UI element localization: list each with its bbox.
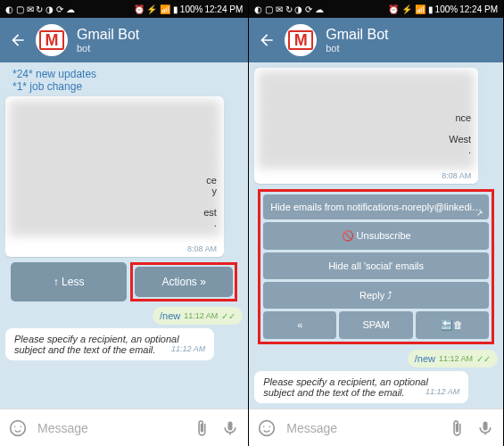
actions-panel-highlight: Hide emails from notifications-noreply@l…	[258, 189, 494, 344]
message-input[interactable]: Message	[37, 421, 182, 435]
chat-title: Gmail Bot	[77, 27, 239, 43]
chat-header[interactable]: M Gmail Bot bot	[249, 18, 503, 62]
svg-point-5	[263, 425, 265, 427]
header-title-block[interactable]: Gmail Bot bot	[77, 27, 239, 54]
gmail-avatar-icon[interactable]: M	[285, 24, 317, 56]
message-time: 8:08 AM	[187, 244, 217, 253]
hide-sender-button[interactable]: Hide emails from notifications-noreply@l…	[263, 194, 489, 219]
status-bar: ◐ ▢ ✉ ↻ ◑ ⟳ ☁ ⏰ ⚡ 📶 ▮ 100% 12:24 PM	[0, 0, 248, 18]
back-arrow-icon[interactable]	[9, 31, 27, 49]
hide-social-button[interactable]: Hide all 'social' emails	[263, 252, 489, 279]
svg-point-1	[14, 425, 16, 427]
trash-button[interactable]: 🔙🗑	[416, 311, 489, 339]
blurred-content	[9, 100, 220, 235]
email-preview-bubble[interactable]: cey est. 8:08 AM	[5, 96, 224, 257]
message-input-bar: Message	[249, 409, 503, 446]
bot-reply-bubble[interactable]: Please specify a recipient, an optional …	[5, 328, 214, 360]
command-bubble[interactable]: /new 11:12 AM ✓✓	[153, 307, 243, 325]
svg-point-2	[21, 425, 22, 427]
status-right: ⏰ ⚡ 📶 ▮ 100% 12:24 PM	[134, 4, 244, 14]
reply-time: 11:12 AM	[171, 344, 205, 353]
back-arrow-icon[interactable]	[258, 31, 276, 49]
screen-left: ◐ ▢ ✉ ↻ ◑ ⟳ ☁ ⏰ ⚡ 📶 ▮ 100% 12:24 PM M Gm…	[0, 0, 249, 446]
emoji-icon[interactable]	[258, 419, 276, 437]
partial-text: cey est.	[203, 175, 217, 228]
command-text: /new	[160, 310, 180, 321]
message-input[interactable]: Message	[286, 421, 437, 435]
reply-button[interactable]: Reply ⤴	[263, 282, 489, 309]
chat-header[interactable]: M Gmail Bot bot	[0, 18, 248, 62]
svg-point-0	[11, 420, 26, 435]
emoji-icon[interactable]	[9, 419, 27, 437]
status-left-icons: ◐ ▢ ✉ ↻ ◑ ⟳ ☁	[5, 4, 75, 14]
attach-icon[interactable]	[193, 419, 211, 437]
read-checks-icon: ✓✓	[221, 311, 235, 321]
gmail-avatar-icon[interactable]: M	[36, 24, 68, 56]
attach-icon[interactable]	[448, 419, 466, 437]
chat-area[interactable]: nce West. 8:08 AM Hide emails from notif…	[249, 62, 503, 409]
read-checks-icon: ✓✓	[476, 354, 491, 364]
actions-button[interactable]: Actions »	[135, 267, 233, 297]
svg-point-4	[260, 420, 275, 435]
panel-back-button[interactable]: «	[263, 311, 336, 339]
less-button[interactable]: ↑ Less	[11, 262, 127, 301]
spam-button[interactable]: SPAM	[339, 311, 412, 339]
email-preview-bubble[interactable]: nce West. 8:08 AM	[254, 68, 478, 184]
svg-rect-7	[483, 421, 488, 430]
unsubscribe-button[interactable]: 🚫 Unsubscribe	[263, 222, 489, 250]
mic-icon[interactable]	[476, 419, 494, 437]
bot-reply-bubble[interactable]: Please specify a recipient, an optional …	[254, 371, 468, 403]
svg-point-6	[269, 425, 271, 427]
svg-rect-3	[228, 421, 233, 430]
chat-area[interactable]: *24* new updates *1* job change cey est.…	[0, 62, 248, 409]
keyboard-row: ↑ Less Actions »	[5, 260, 243, 303]
screen-right: ◐ ▢ ✉ ↻ ◑ ⟳ ☁ ⏰ ⚡ 📶 ▮ 100% 12:24 PM M Gm…	[249, 0, 504, 446]
message-input-bar: Message	[0, 409, 248, 446]
command-bubble[interactable]: /new 11:12 AM ✓✓	[408, 350, 498, 368]
command-time: 11:12 AM	[184, 311, 218, 320]
actions-highlight: Actions »	[130, 262, 237, 301]
chat-subtitle: bot	[77, 43, 239, 54]
status-bar: ◐ ▢ ✉ ↻ ◑ ⟳ ☁ ⏰ ⚡ 📶 ▮ 100% 12:24 PM	[249, 0, 503, 18]
updates-text: *24* new updates *1* job change	[5, 68, 243, 93]
mic-icon[interactable]	[221, 419, 239, 437]
